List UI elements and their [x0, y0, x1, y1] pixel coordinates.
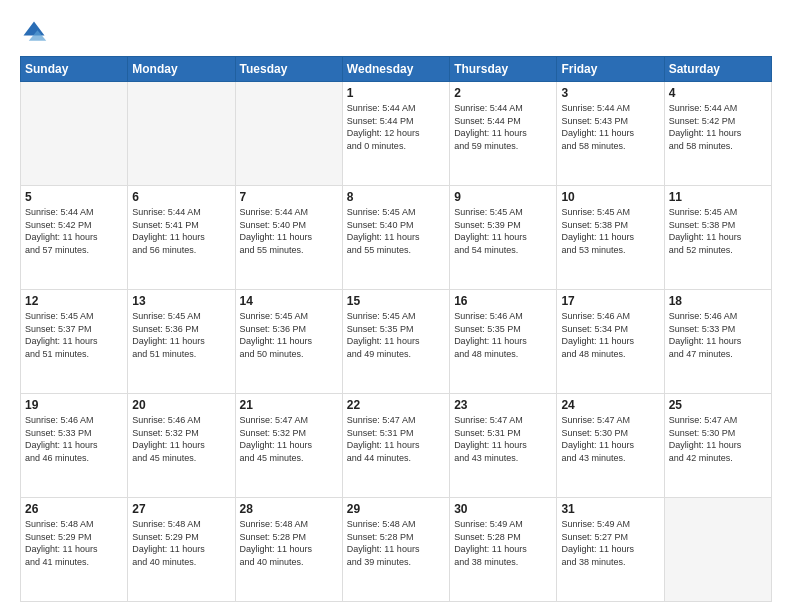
calendar-week-2: 12Sunrise: 5:45 AM Sunset: 5:37 PM Dayli… — [21, 290, 772, 394]
calendar-cell: 9Sunrise: 5:45 AM Sunset: 5:39 PM Daylig… — [450, 186, 557, 290]
day-info: Sunrise: 5:48 AM Sunset: 5:29 PM Dayligh… — [132, 518, 230, 568]
calendar-cell: 17Sunrise: 5:46 AM Sunset: 5:34 PM Dayli… — [557, 290, 664, 394]
header — [20, 18, 772, 46]
day-info: Sunrise: 5:46 AM Sunset: 5:32 PM Dayligh… — [132, 414, 230, 464]
day-info: Sunrise: 5:45 AM Sunset: 5:39 PM Dayligh… — [454, 206, 552, 256]
day-number: 5 — [25, 190, 123, 204]
day-number: 12 — [25, 294, 123, 308]
calendar-cell — [664, 498, 771, 602]
day-number: 1 — [347, 86, 445, 100]
day-number: 4 — [669, 86, 767, 100]
calendar-cell: 16Sunrise: 5:46 AM Sunset: 5:35 PM Dayli… — [450, 290, 557, 394]
day-number: 15 — [347, 294, 445, 308]
calendar-cell: 4Sunrise: 5:44 AM Sunset: 5:42 PM Daylig… — [664, 82, 771, 186]
day-info: Sunrise: 5:48 AM Sunset: 5:29 PM Dayligh… — [25, 518, 123, 568]
calendar-cell: 5Sunrise: 5:44 AM Sunset: 5:42 PM Daylig… — [21, 186, 128, 290]
day-number: 3 — [561, 86, 659, 100]
page: SundayMondayTuesdayWednesdayThursdayFrid… — [0, 0, 792, 612]
day-number: 8 — [347, 190, 445, 204]
calendar-cell: 29Sunrise: 5:48 AM Sunset: 5:28 PM Dayli… — [342, 498, 449, 602]
day-number: 23 — [454, 398, 552, 412]
calendar-cell: 25Sunrise: 5:47 AM Sunset: 5:30 PM Dayli… — [664, 394, 771, 498]
day-info: Sunrise: 5:46 AM Sunset: 5:33 PM Dayligh… — [669, 310, 767, 360]
calendar-cell: 2Sunrise: 5:44 AM Sunset: 5:44 PM Daylig… — [450, 82, 557, 186]
day-number: 26 — [25, 502, 123, 516]
day-number: 21 — [240, 398, 338, 412]
calendar-cell: 20Sunrise: 5:46 AM Sunset: 5:32 PM Dayli… — [128, 394, 235, 498]
day-number: 27 — [132, 502, 230, 516]
calendar-cell: 18Sunrise: 5:46 AM Sunset: 5:33 PM Dayli… — [664, 290, 771, 394]
day-number: 10 — [561, 190, 659, 204]
day-info: Sunrise: 5:46 AM Sunset: 5:34 PM Dayligh… — [561, 310, 659, 360]
day-number: 7 — [240, 190, 338, 204]
day-info: Sunrise: 5:44 AM Sunset: 5:44 PM Dayligh… — [454, 102, 552, 152]
calendar-cell: 3Sunrise: 5:44 AM Sunset: 5:43 PM Daylig… — [557, 82, 664, 186]
day-number: 16 — [454, 294, 552, 308]
calendar-cell: 21Sunrise: 5:47 AM Sunset: 5:32 PM Dayli… — [235, 394, 342, 498]
logo-icon — [20, 18, 48, 46]
calendar-cell: 15Sunrise: 5:45 AM Sunset: 5:35 PM Dayli… — [342, 290, 449, 394]
day-info: Sunrise: 5:48 AM Sunset: 5:28 PM Dayligh… — [347, 518, 445, 568]
day-info: Sunrise: 5:48 AM Sunset: 5:28 PM Dayligh… — [240, 518, 338, 568]
calendar-cell: 7Sunrise: 5:44 AM Sunset: 5:40 PM Daylig… — [235, 186, 342, 290]
calendar-cell: 19Sunrise: 5:46 AM Sunset: 5:33 PM Dayli… — [21, 394, 128, 498]
calendar-week-1: 5Sunrise: 5:44 AM Sunset: 5:42 PM Daylig… — [21, 186, 772, 290]
day-info: Sunrise: 5:47 AM Sunset: 5:31 PM Dayligh… — [454, 414, 552, 464]
day-info: Sunrise: 5:44 AM Sunset: 5:40 PM Dayligh… — [240, 206, 338, 256]
calendar-cell: 30Sunrise: 5:49 AM Sunset: 5:28 PM Dayli… — [450, 498, 557, 602]
day-info: Sunrise: 5:45 AM Sunset: 5:36 PM Dayligh… — [240, 310, 338, 360]
day-header-friday: Friday — [557, 57, 664, 82]
calendar-cell: 24Sunrise: 5:47 AM Sunset: 5:30 PM Dayli… — [557, 394, 664, 498]
day-info: Sunrise: 5:45 AM Sunset: 5:40 PM Dayligh… — [347, 206, 445, 256]
day-info: Sunrise: 5:44 AM Sunset: 5:41 PM Dayligh… — [132, 206, 230, 256]
calendar-cell: 27Sunrise: 5:48 AM Sunset: 5:29 PM Dayli… — [128, 498, 235, 602]
day-info: Sunrise: 5:44 AM Sunset: 5:42 PM Dayligh… — [25, 206, 123, 256]
day-info: Sunrise: 5:46 AM Sunset: 5:33 PM Dayligh… — [25, 414, 123, 464]
day-number: 25 — [669, 398, 767, 412]
day-info: Sunrise: 5:47 AM Sunset: 5:31 PM Dayligh… — [347, 414, 445, 464]
logo — [20, 18, 52, 46]
day-header-saturday: Saturday — [664, 57, 771, 82]
day-number: 19 — [25, 398, 123, 412]
calendar-cell: 1Sunrise: 5:44 AM Sunset: 5:44 PM Daylig… — [342, 82, 449, 186]
day-info: Sunrise: 5:45 AM Sunset: 5:37 PM Dayligh… — [25, 310, 123, 360]
calendar-cell: 26Sunrise: 5:48 AM Sunset: 5:29 PM Dayli… — [21, 498, 128, 602]
day-number: 31 — [561, 502, 659, 516]
calendar-cell: 13Sunrise: 5:45 AM Sunset: 5:36 PM Dayli… — [128, 290, 235, 394]
day-info: Sunrise: 5:46 AM Sunset: 5:35 PM Dayligh… — [454, 310, 552, 360]
day-number: 30 — [454, 502, 552, 516]
day-number: 18 — [669, 294, 767, 308]
day-info: Sunrise: 5:49 AM Sunset: 5:28 PM Dayligh… — [454, 518, 552, 568]
calendar-cell: 10Sunrise: 5:45 AM Sunset: 5:38 PM Dayli… — [557, 186, 664, 290]
day-number: 28 — [240, 502, 338, 516]
svg-marker-0 — [24, 22, 45, 36]
day-number: 13 — [132, 294, 230, 308]
calendar-cell: 12Sunrise: 5:45 AM Sunset: 5:37 PM Dayli… — [21, 290, 128, 394]
calendar-cell: 14Sunrise: 5:45 AM Sunset: 5:36 PM Dayli… — [235, 290, 342, 394]
calendar-cell: 6Sunrise: 5:44 AM Sunset: 5:41 PM Daylig… — [128, 186, 235, 290]
day-number: 29 — [347, 502, 445, 516]
calendar-cell: 23Sunrise: 5:47 AM Sunset: 5:31 PM Dayli… — [450, 394, 557, 498]
day-number: 11 — [669, 190, 767, 204]
day-header-tuesday: Tuesday — [235, 57, 342, 82]
day-info: Sunrise: 5:47 AM Sunset: 5:30 PM Dayligh… — [669, 414, 767, 464]
day-number: 20 — [132, 398, 230, 412]
day-header-thursday: Thursday — [450, 57, 557, 82]
day-number: 9 — [454, 190, 552, 204]
day-header-wednesday: Wednesday — [342, 57, 449, 82]
calendar-header-row: SundayMondayTuesdayWednesdayThursdayFrid… — [21, 57, 772, 82]
calendar-cell: 11Sunrise: 5:45 AM Sunset: 5:38 PM Dayli… — [664, 186, 771, 290]
day-info: Sunrise: 5:44 AM Sunset: 5:42 PM Dayligh… — [669, 102, 767, 152]
day-header-monday: Monday — [128, 57, 235, 82]
day-number: 2 — [454, 86, 552, 100]
day-info: Sunrise: 5:47 AM Sunset: 5:32 PM Dayligh… — [240, 414, 338, 464]
day-info: Sunrise: 5:45 AM Sunset: 5:36 PM Dayligh… — [132, 310, 230, 360]
calendar-week-4: 26Sunrise: 5:48 AM Sunset: 5:29 PM Dayli… — [21, 498, 772, 602]
calendar-week-0: 1Sunrise: 5:44 AM Sunset: 5:44 PM Daylig… — [21, 82, 772, 186]
calendar-cell: 28Sunrise: 5:48 AM Sunset: 5:28 PM Dayli… — [235, 498, 342, 602]
calendar-week-3: 19Sunrise: 5:46 AM Sunset: 5:33 PM Dayli… — [21, 394, 772, 498]
day-info: Sunrise: 5:45 AM Sunset: 5:35 PM Dayligh… — [347, 310, 445, 360]
day-number: 14 — [240, 294, 338, 308]
day-info: Sunrise: 5:49 AM Sunset: 5:27 PM Dayligh… — [561, 518, 659, 568]
calendar-cell: 8Sunrise: 5:45 AM Sunset: 5:40 PM Daylig… — [342, 186, 449, 290]
